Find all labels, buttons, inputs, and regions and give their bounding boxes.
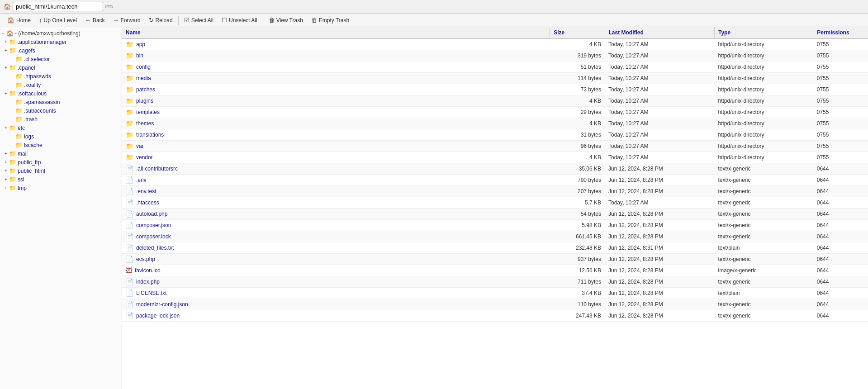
file-link[interactable]: var xyxy=(136,143,144,149)
col-header-name[interactable]: Name xyxy=(122,27,550,38)
folder-icon: 📁 xyxy=(9,47,16,54)
file-link[interactable]: composer.lock xyxy=(136,233,171,240)
table-row[interactable]: 📄 package-lock.json 247.43 KB Jun 12, 20… xyxy=(122,310,868,322)
select-all-button[interactable]: ☑ Select All xyxy=(180,15,217,25)
table-row[interactable]: 📄 index.php 711 bytes Jun 12, 2024, 8:28… xyxy=(122,276,868,288)
folder-icon: 📁 xyxy=(15,107,23,114)
unselect-all-button[interactable]: ☐ Unselect All xyxy=(218,15,261,25)
col-header-size[interactable]: Size xyxy=(550,27,605,38)
file-link[interactable]: bin xyxy=(136,52,143,59)
col-header-perms[interactable]: Permissions xyxy=(813,27,868,38)
file-link[interactable]: LICENSE.txt xyxy=(136,290,166,296)
sidebar-item-cagefs[interactable]: + 📁 .cagefs xyxy=(0,46,122,55)
reload-button[interactable]: ↻ Reload xyxy=(145,15,176,25)
table-row[interactable]: 📄 LICENSE.txt 37.4 KB Jun 12, 2024, 8:28… xyxy=(122,288,868,299)
table-row[interactable]: 📁 app 4 KB Today, 10:27 AM httpd/unix-di… xyxy=(122,38,868,50)
file-perms-cell: 0755 xyxy=(813,38,868,50)
file-link[interactable]: package-lock.json xyxy=(136,313,180,319)
sidebar-item-logs[interactable]: 📁 logs xyxy=(0,132,122,141)
file-link[interactable]: app xyxy=(136,41,145,47)
sidebar-item-public_ftp[interactable]: + 📁 public_ftp xyxy=(0,158,122,166)
sidebar-item-mail[interactable]: + 📁 mail xyxy=(0,149,122,158)
file-link[interactable]: composer.json xyxy=(136,222,171,228)
unselect-all-icon: ☐ xyxy=(222,17,227,24)
sidebar-item-lscache[interactable]: 📁 lscache xyxy=(0,141,122,149)
sidebar-item-root[interactable]: − 🏠 - (/home/xmxwqucrhosting) xyxy=(0,29,122,38)
table-row[interactable]: 📄 composer.json 5.98 KB Jun 12, 2024, 8:… xyxy=(122,220,868,231)
file-link[interactable]: vendor xyxy=(136,154,153,161)
table-row[interactable]: 📁 media 114 bytes Today, 10:27 AM httpd/… xyxy=(122,73,868,84)
file-size-cell: 207 bytes xyxy=(550,186,605,197)
address-input[interactable] xyxy=(16,3,79,10)
table-row[interactable]: 📄 .htaccess 5.7 KB Today, 10:27 AM text/… xyxy=(122,197,868,209)
table-row[interactable]: 🖼 favicon.ico 12.56 KB Jun 12, 2024, 8:2… xyxy=(122,265,868,276)
file-link[interactable]: translations xyxy=(136,132,164,138)
table-row[interactable]: 📁 config 51 bytes Today, 10:27 AM httpd/… xyxy=(122,62,868,73)
up-one-level-button[interactable]: ↑ Up One Level xyxy=(35,15,81,25)
file-link[interactable]: .env xyxy=(136,177,147,183)
sidebar-item-cl.selector[interactable]: 📁 .cl.selector xyxy=(0,55,122,63)
table-row[interactable]: 📄 autoload.php 54 bytes Jun 12, 2024, 8:… xyxy=(122,209,868,220)
file-link[interactable]: ecs.php xyxy=(136,256,155,262)
table-row[interactable]: 📄 ecs.php 937 bytes Jun 12, 2024, 8:28 P… xyxy=(122,254,868,265)
table-row[interactable]: 📁 patches 72 bytes Today, 10:27 AM httpd… xyxy=(122,84,868,95)
table-row[interactable]: 📄 .all-contributorsrc 35.06 KB Jun 12, 2… xyxy=(122,163,868,175)
view-trash-icon: 🗑 xyxy=(269,17,275,24)
table-row[interactable]: 📄 .env 790 bytes Jun 12, 2024, 8:28 PM t… xyxy=(122,175,868,186)
forward-button[interactable]: → Forward xyxy=(109,15,144,25)
file-size-cell: 4 KB xyxy=(550,152,605,163)
file-link[interactable]: index.php xyxy=(136,279,160,285)
sidebar-item-trash[interactable]: 📁 .trash xyxy=(0,115,122,123)
table-row[interactable]: 📁 themes 4 KB Today, 10:27 AM httpd/unix… xyxy=(122,118,868,129)
file-type-cell: httpd/unix-directory xyxy=(715,50,813,62)
table-row[interactable]: 📁 plugins 4 KB Today, 10:27 AM httpd/uni… xyxy=(122,95,868,107)
file-link[interactable]: .htaccess xyxy=(136,199,159,206)
table-row[interactable]: 📄 .env.test 207 bytes Jun 12, 2024, 8:28… xyxy=(122,186,868,197)
file-link[interactable]: plugins xyxy=(136,98,153,104)
file-name-cell: 📄 composer.lock xyxy=(122,231,475,242)
table-row[interactable]: 📄 modernizr-config.json 110 bytes Jun 12… xyxy=(122,299,868,310)
sidebar-item-etc[interactable]: + 📁 etc xyxy=(0,123,122,132)
file-link[interactable]: .all-contributorsrc xyxy=(136,166,178,172)
table-row[interactable]: 📁 translations 31 bytes Today, 10:27 AM … xyxy=(122,129,868,141)
sidebar-item-label: public_html xyxy=(18,168,45,174)
col-header-modified[interactable]: Last Modified xyxy=(605,27,715,38)
table-row[interactable]: 📁 var 96 bytes Today, 10:27 AM httpd/uni… xyxy=(122,141,868,152)
table-row[interactable]: 📄 composer.lock 661.45 KB Jun 12, 2024, … xyxy=(122,231,868,242)
sidebar-item-spamassassin[interactable]: 📁 .spamassassin xyxy=(0,98,122,106)
sidebar-item-koality[interactable]: 📁 .koality xyxy=(0,81,122,89)
file-link[interactable]: favicon.ico xyxy=(135,267,161,274)
file-link[interactable]: modernizr-config.json xyxy=(136,301,188,308)
sidebar-item-softaculous[interactable]: + 📁 .softaculous xyxy=(0,89,122,98)
col-header-type[interactable]: Type xyxy=(715,27,813,38)
go-button[interactable] xyxy=(105,5,113,8)
table-row[interactable]: 📁 vendor 4 KB Today, 10:27 AM httpd/unix… xyxy=(122,152,868,163)
sidebar-item-htpasswds[interactable]: 📁 .htpasswds xyxy=(0,72,122,81)
file-link[interactable]: patches xyxy=(136,86,155,93)
sidebar-item-applicationmanager[interactable]: + 📁 .applicationmanager xyxy=(0,38,122,46)
sidebar-item-public_html[interactable]: + 📁 public_html xyxy=(0,166,122,175)
folder-icon: 📁 xyxy=(126,75,133,82)
file-icon: 📄 xyxy=(126,289,133,297)
file-link[interactable]: deleted_files.txt xyxy=(136,245,174,251)
empty-trash-button[interactable]: 🗑 Empty Trash xyxy=(308,15,353,25)
table-row[interactable]: 📁 templates 29 bytes Today, 10:27 AM htt… xyxy=(122,107,868,118)
file-icon: 📄 xyxy=(126,222,133,229)
file-link[interactable]: themes xyxy=(136,120,154,127)
file-link[interactable]: config xyxy=(136,64,151,70)
file-link[interactable]: templates xyxy=(136,109,160,115)
table-row[interactable]: 📄 deleted_files.txt 232.48 KB Jun 12, 20… xyxy=(122,242,868,254)
view-trash-button[interactable]: 🗑 View Trash xyxy=(265,15,307,25)
file-link[interactable]: .env.test xyxy=(136,188,156,194)
back-button[interactable]: ← Back xyxy=(81,15,109,25)
sidebar-item-ssl[interactable]: + 📁 ssl xyxy=(0,175,122,184)
table-row[interactable]: 📁 bin 319 bytes Today, 10:27 AM httpd/un… xyxy=(122,50,868,62)
home-button[interactable]: 🏠 Home xyxy=(4,15,34,25)
file-icon: 📄 xyxy=(126,210,133,218)
sidebar-item-subaccounts[interactable]: 📁 .subaccounts xyxy=(0,106,122,115)
file-link[interactable]: autoload.php xyxy=(136,211,167,217)
file-modified-cell: Jun 12, 2024, 8:28 PM xyxy=(605,299,715,310)
sidebar-item-cpanel[interactable]: + 📁 .cpanel xyxy=(0,63,122,72)
file-link[interactable]: media xyxy=(136,75,151,81)
sidebar-item-tmp[interactable]: + 📁 tmp xyxy=(0,184,122,192)
